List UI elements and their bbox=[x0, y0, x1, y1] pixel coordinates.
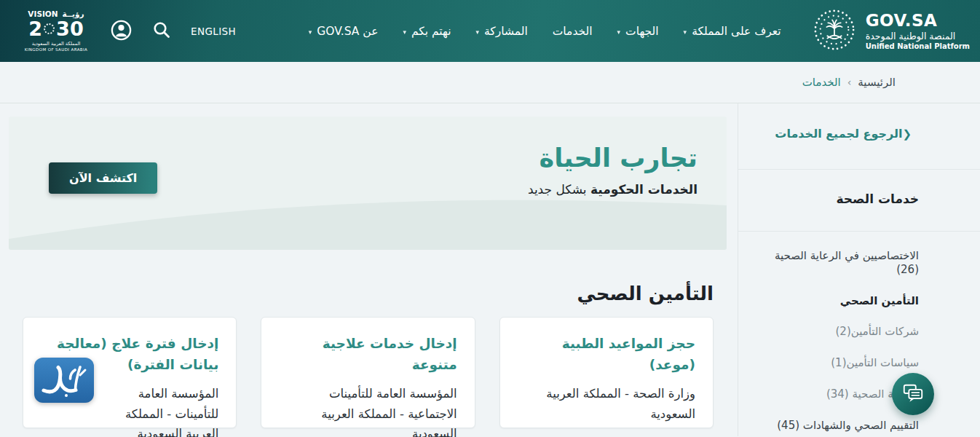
hero-subtitle-rest: بشكل جديد bbox=[528, 182, 590, 197]
language-switch-link[interactable]: ENGLISH bbox=[191, 25, 236, 37]
brand-tagline-en: Unified National Platform bbox=[866, 42, 970, 50]
nav-label: الخدمات bbox=[553, 25, 593, 38]
vision-word: رؤيــة VISION bbox=[22, 10, 90, 18]
brand-name: GOV.SA bbox=[866, 12, 970, 29]
vision-country-en: KINGDOM OF SAUDI ARABIA bbox=[22, 48, 90, 52]
breadcrumb-separator-icon: ‹ bbox=[847, 76, 852, 88]
vision-year: 2 30 bbox=[22, 19, 90, 39]
sidebar-section-title: خدمات الصحة bbox=[738, 170, 980, 232]
saudi-emblem-icon bbox=[812, 7, 857, 55]
hero-subtitle: الخدمات الحكومية بشكل جديد bbox=[528, 182, 698, 197]
search-icon bbox=[152, 20, 171, 42]
service-card-title[interactable]: إدخال خدمات علاجية متنوعة bbox=[279, 334, 457, 375]
sidebar-item-healthcare-specialists[interactable]: الاختصاصيين في الرعاية الصحية (26) bbox=[753, 249, 919, 277]
services-sidebar: ❯ الرجوع لجميع الخدمات خدمات الصحة الاخت… bbox=[738, 103, 980, 436]
gosi-service-logo bbox=[33, 357, 95, 403]
back-to-all-services-link[interactable]: ❯ الرجوع لجميع الخدمات bbox=[753, 127, 919, 141]
nav-label: نهتم بكم bbox=[411, 25, 451, 38]
nav-item-entities[interactable]: الجهات ▾ bbox=[617, 25, 659, 38]
breadcrumb-home-link[interactable]: الرئيسية bbox=[858, 76, 896, 89]
live-chat-button[interactable] bbox=[892, 373, 934, 415]
nav-item-we-care[interactable]: نهتم بكم ▾ bbox=[403, 25, 451, 38]
hero-subtitle-bold: الخدمات الحكومية bbox=[590, 182, 698, 197]
service-card-provider: وزارة الصحة - المملكة العربية السعودية bbox=[518, 384, 695, 423]
vision-emblem-icon bbox=[44, 23, 55, 34]
vision-year-suffix: 30 bbox=[56, 19, 84, 39]
content-row: ❯ الرجوع لجميع الخدمات خدمات الصحة الاخت… bbox=[0, 103, 980, 436]
nav-item-about-govsa[interactable]: عن GOV.SA ▾ bbox=[309, 25, 379, 38]
nav-item-participation[interactable]: المشاركة ▾ bbox=[476, 25, 528, 38]
main-nav: تعرف على المملكة ▾ الجهات ▾ الخدمات المش… bbox=[309, 25, 781, 38]
service-cards-row: حجز المواعيد الطبية (موعد) وزارة الصحة -… bbox=[23, 317, 714, 428]
top-header: GOV.SA المنصة الوطنية الموحدة Unified Na… bbox=[0, 0, 980, 62]
service-card-title[interactable]: حجز المواعيد الطبية (موعد) bbox=[518, 334, 695, 375]
nav-item-about-kingdom[interactable]: تعرف على المملكة ▾ bbox=[684, 25, 781, 38]
back-link-label: الرجوع لجميع الخدمات bbox=[775, 127, 902, 141]
nav-label: الجهات bbox=[625, 25, 659, 38]
hero-text-block: تجارب الحياة الخدمات الحكومية بشكل جديد bbox=[528, 143, 698, 197]
user-profile-icon bbox=[110, 19, 133, 44]
service-card[interactable]: إدخال فترة علاج (معالجة بيانات الفترة) ا… bbox=[23, 317, 237, 428]
nav-item-services[interactable]: الخدمات bbox=[553, 25, 593, 38]
chevron-down-icon: ▾ bbox=[476, 26, 480, 36]
service-card[interactable]: حجز المواعيد الطبية (موعد) وزارة الصحة -… bbox=[499, 317, 714, 428]
main-area: تجارب الحياة الخدمات الحكومية بشكل جديد … bbox=[0, 103, 738, 436]
chevron-down-icon: ▾ bbox=[403, 26, 406, 36]
govsa-services-page: GOV.SA المنصة الوطنية الموحدة Unified Na… bbox=[0, 0, 980, 437]
breadcrumb: الرئيسية ‹ الخدمات bbox=[0, 62, 980, 103]
chevron-down-icon: ▾ bbox=[617, 26, 621, 36]
vision-word-ar: رؤيــة bbox=[63, 10, 84, 18]
discover-now-button[interactable]: اكتشف الآن bbox=[49, 162, 157, 194]
breadcrumb-current-link[interactable]: الخدمات bbox=[802, 76, 841, 89]
sidebar-category-list: الاختصاصيين في الرعاية الصحية (26) التأم… bbox=[738, 232, 980, 437]
search-button[interactable] bbox=[152, 20, 171, 42]
vision-word-en: VISION bbox=[28, 10, 58, 18]
sidebar-item-insurance-companies[interactable]: شركات التأمين(2) bbox=[753, 325, 919, 339]
nav-label: المشاركة bbox=[484, 25, 528, 38]
nav-label: تعرف على المملكة bbox=[692, 25, 781, 38]
govsa-logo[interactable]: GOV.SA المنصة الوطنية الموحدة Unified Na… bbox=[812, 7, 970, 55]
chevron-down-icon: ▾ bbox=[684, 26, 687, 36]
hero-title: تجارب الحياة bbox=[528, 143, 698, 173]
brand-tagline-ar: المنصة الوطنية الموحدة bbox=[866, 31, 970, 42]
vision-2030-logo: رؤيــة VISION 2 30 المملكة العربية السعو… bbox=[22, 10, 90, 52]
section-title: التأمين الصحي bbox=[0, 283, 714, 304]
hero-banner: تجارب الحياة الخدمات الحكومية بشكل جديد … bbox=[9, 117, 727, 250]
service-card[interactable]: إدخال خدمات علاجية متنوعة المؤسسة العامة… bbox=[261, 317, 475, 428]
service-card-provider: المؤسسة العامة للتأمينات الاجتماعية - ال… bbox=[279, 384, 457, 437]
sidebar-item-insurance-policies[interactable]: سياسات التأمين(1) bbox=[753, 356, 919, 370]
header-utility-group: ENGLISH bbox=[22, 10, 236, 52]
sidebar-item-health-assessment-certificates[interactable]: التقييم الصحي والشهادات (45) bbox=[753, 419, 919, 433]
vision-country-ar: المملكة العربية السعودية bbox=[22, 42, 90, 47]
chat-bubbles-icon bbox=[901, 382, 925, 407]
vision-year-prefix: 2 bbox=[28, 19, 42, 39]
govsa-logo-text: GOV.SA المنصة الوطنية الموحدة Unified Na… bbox=[866, 12, 970, 50]
chevron-down-icon: ▾ bbox=[309, 26, 312, 36]
chevron-right-icon: ❯ bbox=[902, 127, 912, 141]
sidebar-item-health-insurance[interactable]: التأمين الصحي bbox=[753, 294, 919, 308]
sidebar-back-section: ❯ الرجوع لجميع الخدمات bbox=[738, 103, 980, 170]
profile-button[interactable] bbox=[110, 19, 133, 44]
nav-label: عن GOV.SA bbox=[317, 25, 378, 38]
